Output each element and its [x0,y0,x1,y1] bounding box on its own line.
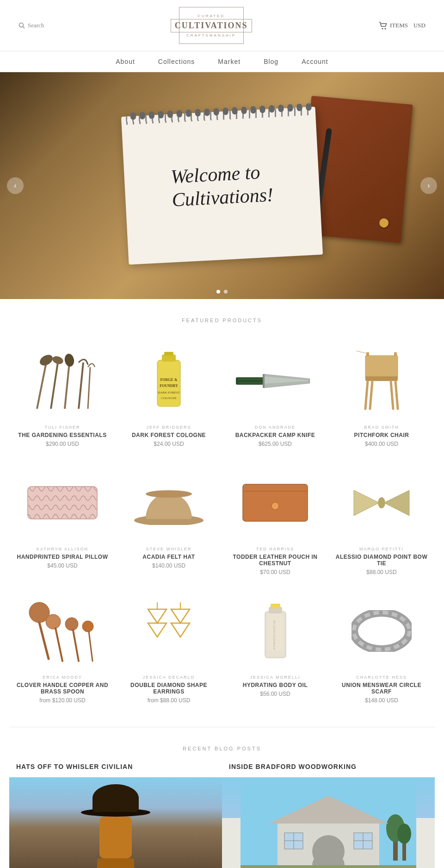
product-image-1: FORGE & FOUNDRY DARK FOREST COLOGNE [130,344,208,418]
product-item-10[interactable]: HYDRATING BODY OIL JESSICA MORELLI HYDRA… [222,585,328,713]
svg-line-49 [56,628,62,661]
logo-top-text: CURATED [197,14,225,18]
product-price-10: $56.00 USD [260,691,290,697]
svg-line-51 [73,630,79,661]
product-image-11 [342,594,421,668]
product-image-6 [236,466,314,540]
header: Search CURATED CULTIVATIONS CRAFTSMANSHI… [0,0,444,51]
svg-rect-64 [267,614,284,651]
svg-point-9 [64,353,75,367]
product-price-6: $70.00 USD [260,569,290,575]
product-image-3 [342,344,421,418]
product-item-0[interactable]: TULI FISHER THE GARDENING ESSENTIALS $29… [9,335,116,456]
header-right: ITEMS USD [378,21,426,30]
svg-marker-43 [384,490,409,516]
svg-rect-62 [271,604,280,608]
svg-line-4 [37,362,46,409]
logo-main-text: CULTIVATIONS [171,19,252,32]
product-item-4[interactable]: KATHRYN ALLISON HANDPRINTED SPIRAL PILLO… [9,456,116,585]
product-price-2: $625.00 USD [259,441,292,447]
blog-grid: HATS OFF TO WHISLER CIVILIAN INSIDE BRAD… [0,763,444,868]
nav-market[interactable]: Market [218,58,240,65]
svg-text:FORGE &: FORGE & [160,378,177,382]
product-item-2[interactable]: DON ANDRADE BACKPACKER CAMP KNIFE $625.0… [222,335,328,456]
product-price-8: from $120.00 USD [39,697,85,704]
product-price-11: $148.00 USD [365,697,398,704]
product-artist-6: TED HARRISS [256,547,295,551]
product-price-9: from $88.00 USD [148,697,191,704]
search-button[interactable]: Search [18,22,44,29]
product-price-4: $45.00 USD [47,562,77,569]
hero-dot-2[interactable] [224,290,228,293]
nav-collections[interactable]: Collections [158,58,195,65]
svg-rect-13 [162,355,176,362]
hero-prev-button[interactable]: ‹ [7,177,24,194]
svg-line-1 [23,27,25,29]
svg-marker-56 [148,623,166,637]
product-artist-3: BRAD SMITH [364,425,399,430]
svg-line-29 [391,381,393,409]
svg-line-47 [39,623,49,659]
product-name-6: TODDER LEATHER POUCH IN CHESTNUT [229,554,321,567]
svg-line-11 [88,367,90,409]
cart-button[interactable]: ITEMS [378,21,408,30]
product-artist-7: MARGO PETITTI [359,547,404,551]
blog-post-2-title: INSIDE BRADFORD WOODWORKING [222,763,435,770]
logo[interactable]: CURATED CULTIVATIONS CRAFTSMANSHIP [179,7,244,44]
product-item-8[interactable]: ERICA MOODY CLOVER HANDLE COPPER AND BRA… [9,585,116,713]
product-name-8: CLOVER HANDLE COPPER AND BRASS SPOON [16,682,109,695]
currency-selector[interactable]: USD [413,22,426,29]
blog-post-1[interactable]: HATS OFF TO WHISLER CIVILIAN [9,763,222,868]
logo-bottom-text: CRAFTSMANSHIP [186,33,236,37]
nav-account[interactable]: Account [302,58,328,65]
product-artist-1: JEFF BRIDGERS [146,425,191,430]
product-image-2 [236,344,314,418]
product-item-5[interactable]: STEVE WHISLER ACADIA FELT HAT $140.00 US… [116,456,222,585]
product-name-0: THE GARDENING ESSENTIALS [18,432,106,438]
featured-section-title: FEATURED PRODUCTS [0,318,444,323]
hero-dot-1[interactable] [216,290,220,293]
product-image-5 [130,466,208,540]
product-item-11[interactable]: CHARLOTTE HESS UNION MENSWEAR CIRCLE SCA… [328,585,435,713]
svg-text:FOUNDRY: FOUNDRY [160,384,178,388]
svg-rect-24 [365,356,398,379]
product-artist-4: KATHRYN ALLISON [37,547,88,551]
product-artist-10: JESSICA MORELLI [250,675,300,680]
svg-text:DARK FOREST: DARK FOREST [158,391,180,394]
product-name-2: BACKPACKER CAMP KNIFE [235,432,315,438]
svg-marker-58 [171,609,190,623]
blog-post-2[interactable]: INSIDE BRADFORD WOODWORKING [222,763,435,868]
product-price-1: $24.00 USD [154,441,184,447]
svg-rect-20 [238,378,264,380]
product-artist-5: STEVE WHISLER [146,547,191,551]
product-name-3: PITCHFORK CHAIR [354,432,409,438]
svg-point-2 [382,28,383,30]
product-price-5: $140.00 USD [152,562,185,569]
product-name-9: DOUBLE DIAMOND SHAPE EARRINGS [123,682,215,695]
svg-rect-14 [164,352,173,356]
nav-blog[interactable]: Blog [264,58,278,65]
svg-point-75 [312,835,345,868]
svg-rect-25 [365,376,398,381]
product-image-7 [342,466,421,540]
svg-line-27 [395,381,398,409]
svg-rect-32 [394,352,397,356]
product-item-7[interactable]: MARGO PETITTI ALESSIO DIAMOND POINT BOW … [328,456,435,585]
product-item-6[interactable]: TED HARRISS TODDER LEATHER POUCH IN CHES… [222,456,328,585]
search-icon [18,22,25,29]
blog-post-1-title: HATS OFF TO WHISLER CIVILIAN [9,763,222,770]
product-name-7: ALESSIO DIAMOND POINT BOW TIE [335,554,428,567]
hero-next-button[interactable]: › [420,177,437,194]
product-name-4: HANDPRINTED SPIRAL PILLOW [17,554,108,560]
product-name-10: HYDRATING BODY OIL [243,682,308,688]
svg-rect-82 [240,865,416,868]
product-item-1[interactable]: FORGE & FOUNDRY DARK FOREST COLOGNE JEFF… [116,335,222,456]
product-item-3[interactable]: BRAD SMITH PITCHFORK CHAIR $400.00 USD [328,335,435,456]
product-artist-2: DON ANDRADE [255,425,296,430]
search-label: Search [28,22,44,29]
blog-section-title: RECENT BLOG POSTS [0,746,444,751]
product-name-5: ACADIA FELT HAT [142,554,195,560]
product-item-9[interactable]: JESSICA DECARLO DOUBLE DIAMOND SHAPE EAR… [116,585,222,713]
nav-about[interactable]: About [116,58,135,65]
product-artist-11: CHARLOTTE HESS [356,675,407,680]
